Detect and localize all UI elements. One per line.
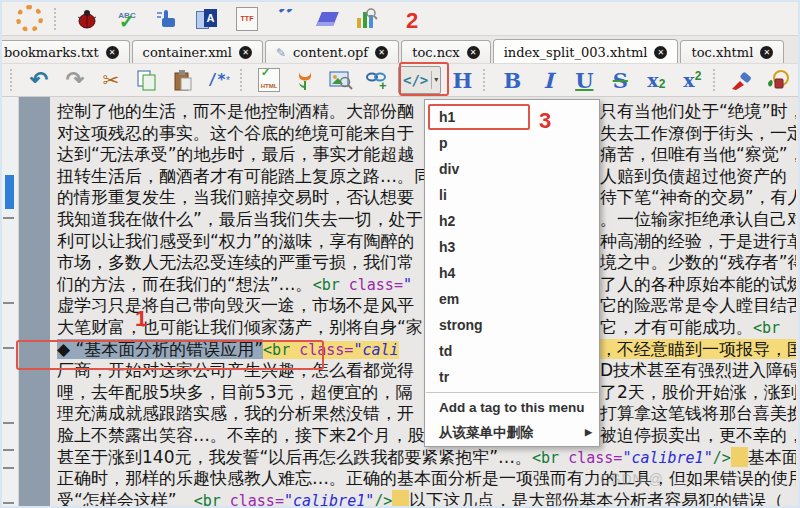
annotation-step-1: 1 (135, 306, 147, 332)
bold-button[interactable]: B (497, 66, 527, 94)
italic-button[interactable]: I (533, 66, 563, 94)
link-plus-icon: + (365, 69, 389, 91)
toolbar-drag-handle[interactable] (483, 69, 491, 91)
line-right-fragment: D技术甚至有强烈进入障碍 (600, 360, 796, 382)
underline-button[interactable]: U (569, 66, 599, 94)
paintbrush-icon (730, 69, 754, 91)
toolbar-drag-handle[interactable] (713, 69, 721, 91)
well-formed-check-button[interactable] (152, 5, 182, 33)
fold-marker[interactable] (3, 217, 14, 219)
sigil-editor-window: ABC ✓ A TTF ” ◂ bookmarks.txt✕container.… (0, 0, 800, 508)
menu-action-item[interactable]: 从该菜单中删除▶ (425, 420, 599, 445)
tab-container.xml[interactable]: container.xml✕ (132, 40, 263, 64)
tab-close-icon[interactable]: ✕ (106, 46, 119, 59)
editor-line[interactable]: 甚至于涨到140元，我发誓“以后再怎么跌我都要紧紧抱牢”…。<br class=… (57, 447, 796, 469)
menu-item-li[interactable]: li (425, 182, 599, 208)
svg-text:+: + (379, 78, 387, 91)
subscript-button[interactable]: x2 (641, 66, 671, 94)
tab-close-icon[interactable]: ✕ (467, 46, 480, 59)
help-button[interactable] (14, 5, 44, 33)
insert-link-button[interactable]: + (362, 66, 392, 94)
code-segment: <br (313, 276, 340, 294)
superscript-button[interactable]: x2 (677, 66, 707, 94)
menu-action-item[interactable]: Add a tag to this menu (425, 395, 599, 420)
text-segment: 正确时，那样的乐趣快感教人难忘…。正确的基本面分析是一项强而有力的工具，但如果错… (57, 468, 796, 488)
menu-item-h2[interactable]: h2 (425, 208, 599, 234)
tab-bookmarks.txt[interactable]: bookmarks.txt✕ (2, 40, 130, 64)
comment-button[interactable]: /** (204, 66, 234, 94)
fold-marker[interactable] (3, 502, 14, 504)
fold-marker[interactable] (3, 467, 14, 469)
text-segment: 痛苦，但唯有当他“察觉”， (600, 144, 796, 164)
code-view-editor[interactable]: 控制了他的生活，而不是他控制酒精。大部份酗只有当他们处于“绝境”时，对这项残忍的… (2, 97, 798, 508)
text-segment: D技术甚至有强烈进入障碍 (600, 360, 796, 380)
paste-button[interactable] (168, 66, 198, 94)
redo-button[interactable]: ↷ (60, 66, 90, 94)
highlight-block (392, 490, 409, 508)
bold-label: B (503, 68, 521, 93)
menu-item-h4[interactable]: h4 (425, 260, 599, 286)
menu-item-td[interactable]: td (425, 338, 599, 364)
menu-item-div[interactable]: div (425, 156, 599, 182)
tab-label: toc.xhtml (691, 45, 753, 60)
tab-close-icon[interactable]: ✕ (375, 46, 388, 59)
cut-button[interactable]: ✂ (96, 66, 126, 94)
clear-format-button[interactable] (763, 66, 793, 94)
menu-item-tr[interactable]: tr (425, 364, 599, 390)
text-segment: 大笔财富，也可能让我们倾家荡产，别将自身“家 (57, 317, 423, 337)
copy-button[interactable] (132, 66, 162, 94)
main-toolbar: ABC ✓ A TTF ” (2, 2, 798, 35)
heading-button[interactable]: H (447, 66, 477, 94)
text-segment: 只有当他们处于“绝境”时， (600, 101, 796, 121)
tab-label: container.xml (143, 45, 232, 60)
translate-button[interactable]: A (192, 5, 222, 33)
manage-fonts-button[interactable]: TTF (232, 5, 262, 33)
code-segment: <br (194, 492, 221, 508)
scrollbar-thumb[interactable] (5, 175, 14, 209)
code-segment: class= (559, 449, 622, 467)
text-segment: 它，才有可能成功。 (600, 317, 753, 337)
editor-left-margin (2, 97, 19, 508)
toolbar-drag-handle[interactable] (10, 69, 18, 91)
menu-item-em[interactable]: em (425, 286, 599, 312)
tab-close-icon[interactable]: ✕ (760, 46, 773, 59)
line-right-fragment: 失去工作潦倒于街头，一定 (600, 123, 796, 145)
fold-marker[interactable] (3, 422, 14, 424)
insert-image-button[interactable] (326, 66, 356, 94)
fold-marker[interactable] (3, 347, 14, 349)
menu-item-strong[interactable]: strong (425, 312, 599, 338)
fold-marker[interactable] (3, 449, 14, 451)
text-segment: 甚至于涨到140元，我发誓“以后再怎么跌我都要紧紧抱牢”…。 (57, 447, 532, 467)
html-badge: HTML (261, 83, 278, 89)
undo-button[interactable]: ↶ (24, 66, 54, 94)
toolbar-drag-handle[interactable] (54, 8, 62, 30)
strikethrough-button[interactable]: S (605, 66, 635, 94)
donate-button[interactable] (290, 66, 320, 94)
paint-button[interactable] (727, 66, 757, 94)
report-bug-button[interactable] (72, 5, 102, 33)
line-right-fragment: 了人的各种原始本能的试炼 (600, 274, 796, 296)
toolbar-drag-handle[interactable] (240, 69, 248, 91)
spellcheck-button[interactable]: ABC ✓ (112, 5, 142, 33)
quotes-button[interactable]: ” (272, 5, 302, 33)
ttf-badge: TTF (241, 15, 254, 22)
text-segment: 扭转生活后，酗酒者才有可能踏上复原之路…。同 (57, 166, 431, 186)
menu-item-h3[interactable]: h3 (425, 234, 599, 260)
menu-item-p[interactable]: p (425, 130, 599, 156)
line-number-gutter (19, 97, 50, 508)
text-segment: 我知道我在做什么”，最后当我们失去一切，处于 (57, 209, 423, 229)
line-right-fragment: 它的险恶常是令人瞠目结舌 (600, 295, 796, 317)
fold-marker[interactable] (3, 302, 14, 304)
editor-line[interactable]: 受“怎样会这样” <br class="calibre1"/> 以下这几点，是大… (57, 490, 796, 508)
tab-index_split_003.xhtml[interactable]: index_split_003.xhtml✕ (493, 39, 679, 64)
tab-close-icon[interactable]: ✕ (654, 46, 667, 59)
clean-button[interactable] (312, 5, 342, 33)
tab-toc.ncx[interactable]: toc.ncx✕ (401, 40, 490, 64)
editor-line[interactable]: 正确时，那样的乐趣快感教人难忘…。正确的基本面分析是一项强而有力的工具，但如果错… (57, 468, 796, 490)
text-segment: 达到“无法承受”的地步时，最后，事实才能超越 (57, 144, 415, 164)
tab-close-icon[interactable]: ✕ (239, 46, 252, 59)
tab-content.opf[interactable]: ✎content.opf✕ (265, 40, 399, 64)
reports-button[interactable] (352, 5, 382, 33)
tab-toc.xhtml[interactable]: toc.xhtml✕ (680, 40, 784, 64)
validate-html-button[interactable]: ✓ HTML (254, 66, 284, 94)
